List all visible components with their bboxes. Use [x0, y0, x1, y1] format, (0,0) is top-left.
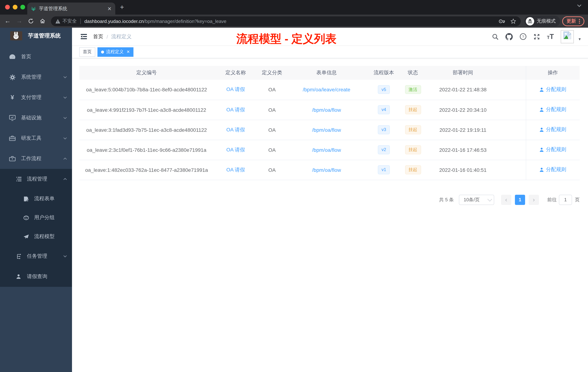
definition-name-link[interactable]: OA 请假 — [226, 87, 245, 92]
sidebar-item-label: 请假查询 — [27, 273, 67, 280]
browser-menu-icon[interactable] — [579, 19, 580, 23]
minimize-window-button[interactable] — [13, 5, 17, 10]
goto-label: 前往 — [547, 196, 557, 203]
chevron-down-icon — [63, 136, 67, 140]
dashboard-icon — [9, 54, 16, 60]
active-tag-dot — [101, 50, 104, 53]
font-size-icon[interactable]: TT — [547, 33, 554, 41]
robot-icon — [23, 215, 30, 220]
sidebar-item-workflow[interactable]: 工作流程 — [0, 149, 72, 169]
password-key-icon[interactable] — [499, 18, 505, 24]
prev-page-button[interactable]: ‹ — [501, 195, 511, 205]
sidebar-item-process-model[interactable]: 流程模型 — [0, 227, 72, 246]
url-separator — [80, 18, 81, 24]
chevron-up-icon — [63, 177, 67, 181]
tab-close-icon[interactable]: ✕ — [107, 6, 112, 11]
sidebar-item-leave-query[interactable]: 请假查询 — [0, 266, 72, 287]
next-page-button[interactable]: › — [529, 195, 539, 205]
maximize-window-button[interactable] — [20, 5, 25, 10]
form-link[interactable]: /bpm/oa/flow — [312, 127, 341, 133]
select-chevron-down-icon — [487, 197, 492, 201]
table-row: oa_leave:1:482ec033-762a-11ec-8477-a2380… — [79, 160, 580, 180]
assign-rule-link[interactable]: 分配规则 — [539, 86, 566, 93]
assign-rule-link[interactable]: 分配规则 — [539, 107, 566, 113]
browser-update-button[interactable]: 更新 — [562, 16, 584, 26]
sidebar-item-task-management[interactable]: 任务管理 — [0, 246, 72, 266]
incognito-icon — [526, 17, 534, 25]
app-title: 芋道管理系统 — [28, 32, 61, 39]
sidebar: 芋道管理系统 首页 系统管理 ¥ 支付管 — [0, 28, 72, 372]
col-filler — [501, 66, 526, 80]
goto-page-input[interactable] — [559, 195, 572, 205]
app-logo-row[interactable]: 芋道管理系统 — [0, 28, 72, 44]
sidebar-item-home[interactable]: 首页 — [0, 47, 72, 67]
cell-definition-id: oa_leave:5:004b710b-7b8a-11ec-8ef0-acde4… — [79, 80, 214, 100]
sidebar-item-infrastructure[interactable]: 基础设施 — [0, 108, 72, 128]
chevron-down-icon — [63, 75, 67, 79]
back-button[interactable]: ← — [3, 16, 12, 26]
incognito-label: 无痕模式 — [537, 18, 556, 24]
sidebar-item-process-form[interactable]: 流程表单 — [0, 189, 72, 208]
col-definition-category: 定义分类 — [257, 66, 286, 80]
tag-close-icon[interactable]: ✕ — [126, 50, 130, 54]
forward-button[interactable]: → — [15, 16, 24, 26]
definition-name-link[interactable]: OA 请假 — [226, 107, 245, 112]
tag-process-definition[interactable]: 流程定义 ✕ — [97, 47, 134, 57]
version-badge: v2 — [378, 145, 390, 154]
sidebar-item-payment[interactable]: ¥ 支付管理 — [0, 87, 72, 108]
github-icon[interactable] — [505, 33, 513, 40]
help-icon[interactable]: ? — [520, 33, 526, 40]
cell-category: OA — [257, 140, 286, 160]
url-bar[interactable]: 不安全 dashboard.yudao.iocoder.cn/bpm/manag… — [51, 16, 521, 26]
table-row: oa_leave:4:991f2193-7b7f-11ec-a3c8-acde4… — [79, 100, 580, 120]
avatar[interactable] — [561, 30, 574, 43]
col-definition-id: 定义编号 — [79, 66, 214, 80]
bookmark-star-icon[interactable] — [510, 18, 516, 24]
reload-button[interactable] — [26, 16, 36, 26]
person-icon — [16, 274, 22, 279]
avatar-dropdown-caret-icon[interactable]: ▼ — [578, 37, 581, 41]
update-label: 更新 — [567, 18, 576, 24]
paper-plane-icon — [23, 234, 30, 239]
chevron-down-icon — [63, 116, 67, 120]
cell-definition-id: oa_leave:1:482ec033-762a-11ec-8477-a2380… — [79, 160, 214, 180]
assign-rule-link[interactable]: 分配规则 — [539, 127, 566, 133]
sidebar-item-label: 流程管理 — [27, 176, 63, 182]
incognito-badge: 无痕模式 — [524, 16, 560, 27]
page-size-select[interactable]: 10条/页 — [459, 195, 494, 205]
current-page-button[interactable]: 1 — [515, 195, 525, 205]
tab-overflow-chevron-icon[interactable] — [577, 4, 581, 7]
search-icon[interactable] — [492, 33, 499, 40]
status-badge: 挂起 — [405, 125, 421, 134]
definition-name-link[interactable]: OA 请假 — [226, 146, 245, 152]
workflow-submenu: 流程管理 流程表单 用户分组 — [0, 169, 72, 287]
assign-rule-link[interactable]: 分配规则 — [539, 166, 566, 173]
sidebar-item-dev-tools[interactable]: 研发工具 — [0, 128, 72, 149]
form-link[interactable]: /bpm/oa/flow — [312, 167, 341, 173]
screen: 芋道管理系统 ✕ + ← → 不安全 dashboard.yudao.iocod… — [0, 0, 588, 372]
sidebar-collapse-icon[interactable] — [77, 30, 90, 43]
table-row: oa_leave:5:004b710b-7b8a-11ec-8ef0-acde4… — [79, 80, 580, 100]
new-tab-button[interactable]: + — [120, 4, 124, 11]
form-link[interactable]: /bpm/oa/flow — [312, 107, 341, 113]
person-icon — [539, 107, 544, 112]
sidebar-item-process-management[interactable]: 流程管理 — [0, 169, 72, 189]
breadcrumb-home[interactable]: 首页 — [93, 33, 103, 40]
cell-definition-id: oa_leave:3:1fad3d93-7b75-11ec-a3c8-acde4… — [79, 120, 214, 140]
close-window-button[interactable] — [5, 5, 10, 10]
browser-tab[interactable]: 芋道管理系统 ✕ — [27, 2, 115, 15]
fullscreen-icon[interactable] — [534, 33, 540, 40]
tag-home[interactable]: 首页 — [79, 47, 95, 57]
sidebar-item-system[interactable]: 系统管理 — [0, 67, 72, 87]
definition-name-link[interactable]: OA 请假 — [226, 166, 245, 172]
form-link[interactable]: /bpm/oa/flow — [312, 147, 341, 153]
form-link[interactable]: /bpm/oa/leave/create — [303, 87, 350, 93]
definition-name-link[interactable]: OA 请假 — [226, 127, 245, 132]
home-button[interactable] — [38, 16, 47, 26]
monitor-icon — [9, 115, 16, 121]
tab-favicon-plant-icon — [31, 6, 36, 11]
col-process-version: 流程版本 — [367, 66, 401, 80]
sidebar-item-user-group[interactable]: 用户分组 — [0, 208, 72, 227]
version-badge: v3 — [378, 125, 390, 134]
assign-rule-link[interactable]: 分配规则 — [539, 146, 566, 153]
